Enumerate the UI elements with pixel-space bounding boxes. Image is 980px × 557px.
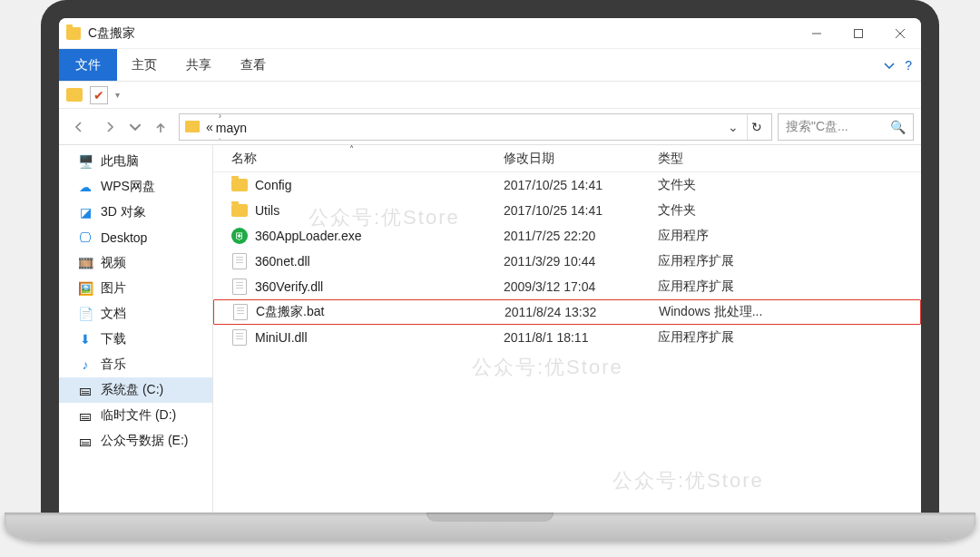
download-icon: ⬇ [77, 331, 93, 347]
titlebar[interactable]: C盘搬家 [59, 18, 921, 49]
sidebar-item[interactable]: 🖴临时文件 (D:) [59, 403, 212, 428]
qat-dropdown-icon[interactable]: ▾ [115, 90, 120, 100]
sidebar-item-label: 下载 [101, 331, 126, 347]
sidebar-item[interactable]: 🖴系统盘 (C:) [59, 377, 212, 403]
file-date: 2011/7/25 22:20 [504, 229, 658, 243]
search-input[interactable]: 搜索"C盘... 🔍 [778, 113, 914, 141]
addressbar-dropdown-icon[interactable]: ⌄ [726, 120, 740, 134]
refresh-button[interactable]: ↻ [747, 114, 766, 140]
file-type: 文件夹 [658, 177, 921, 193]
file-row[interactable]: ⛨360AppLoader.exe2011/7/25 22:20应用程序 [213, 223, 921, 249]
file-type: 应用程序 [658, 228, 921, 244]
desktop-icon: 🖵 [77, 230, 93, 246]
file-row[interactable]: Config2017/10/25 14:41文件夹 [213, 172, 921, 198]
sidebar-item-label: 3D 对象 [101, 204, 146, 220]
ribbon-expand[interactable]: ? [874, 49, 921, 81]
nav-forward-button[interactable] [97, 114, 122, 140]
qat-check-icon[interactable]: ✔ [90, 86, 108, 104]
search-icon[interactable]: 🔍 [890, 120, 906, 134]
sidebar-item[interactable]: 🖼️图片 [59, 276, 212, 301]
file-row[interactable]: Utils2017/10/25 14:41文件夹 [213, 198, 921, 223]
sidebar-item[interactable]: 📄文档 [59, 301, 212, 327]
col-type[interactable]: 类型 [658, 151, 921, 167]
file-icon [232, 305, 249, 319]
maximize-button[interactable] [838, 18, 879, 49]
column-headers[interactable]: ˄ 名称 修改日期 类型 [213, 145, 921, 172]
file-date: 2017/10/25 14:41 [504, 178, 658, 192]
sidebar-item[interactable]: ◪3D 对象 [59, 200, 212, 225]
sidebar-item-label: 视频 [101, 255, 126, 271]
nav-sidebar[interactable]: 🖥️此电脑☁WPS网盘◪3D 对象🖵Desktop🎞️视频🖼️图片📄文档⬇下载♪… [59, 145, 213, 513]
chevron-right-icon: › [216, 135, 224, 141]
file-date: 2017/10/25 14:41 [504, 203, 658, 218]
sidebar-item[interactable]: 🖵Desktop [59, 225, 212, 250]
exe-icon: ⛨ [231, 229, 248, 243]
sidebar-item-label: 图片 [101, 280, 126, 297]
drive-icon: 🖴 [77, 433, 93, 449]
file-icon [231, 254, 248, 269]
file-date: 2011/8/24 13:32 [505, 305, 659, 319]
col-name[interactable]: 名称 [231, 151, 504, 167]
sidebar-item[interactable]: 🖴公众号数据 (E:) [59, 428, 212, 454]
file-icon [231, 279, 248, 294]
sidebar-item[interactable]: ♪音乐 [59, 352, 212, 377]
document-icon: 📄 [77, 306, 93, 322]
tab-home[interactable]: 主页 [117, 49, 172, 81]
breadcrumb-item[interactable]: mayn [216, 121, 279, 135]
sidebar-item-label: Desktop [101, 230, 147, 245]
help-icon[interactable]: ? [905, 58, 912, 73]
file-list-pane[interactable]: ˄ 名称 修改日期 类型 Config2017/10/25 14:41文件夹Ut… [213, 145, 921, 513]
file-type: 应用程序扩展 [658, 278, 921, 295]
minimize-button[interactable] [796, 18, 838, 49]
nav-up-button[interactable] [148, 114, 173, 140]
video-icon: 🎞️ [77, 255, 93, 271]
file-date: 2011/8/1 18:11 [504, 330, 658, 345]
file-type: Windows 批处理... [659, 304, 920, 320]
tab-share[interactable]: 共享 [172, 49, 226, 81]
nav-recent-dropdown[interactable] [128, 114, 142, 140]
sidebar-item[interactable]: ⬇下载 [59, 327, 212, 352]
sidebar-item[interactable]: 🎞️视频 [59, 250, 212, 276]
sidebar-item-label: 此电脑 [101, 153, 139, 170]
pc-icon: 🖥️ [77, 153, 93, 170]
close-button[interactable] [879, 18, 921, 49]
file-type: 应用程序扩展 [658, 329, 921, 346]
file-name: C盘搬家.bat [256, 304, 324, 320]
folder-icon [66, 27, 81, 40]
col-date[interactable]: 修改日期 [504, 151, 658, 167]
file-type: 文件夹 [658, 202, 921, 219]
window-title: C盘搬家 [88, 25, 135, 42]
drive-icon: 🖴 [77, 407, 93, 424]
ribbon-tabs: 文件 主页 共享 查看 ? [59, 49, 921, 82]
sidebar-item[interactable]: ☁WPS网盘 [59, 174, 212, 200]
explorer-window: C盘搬家 文件 主页 共享 查看 ? [59, 18, 921, 513]
file-date: 2009/3/12 17:04 [504, 279, 658, 294]
sidebar-item-label: 临时文件 (D:) [101, 407, 176, 424]
3d-icon: ◪ [77, 204, 93, 220]
sidebar-item-label: 文档 [101, 306, 126, 322]
window-controls [796, 18, 921, 49]
address-bar[interactable]: « 系统盘 (C:)›用户›mayn›Desktop›C盘搬家 ⌄ ↻ [179, 113, 772, 141]
quick-access-toolbar: ✔ ▾ [59, 82, 921, 109]
file-name: Utils [255, 203, 279, 218]
file-tab[interactable]: 文件 [59, 49, 117, 81]
sort-indicator-icon: ˄ [349, 145, 354, 154]
tab-view[interactable]: 查看 [226, 49, 280, 81]
folder-icon[interactable] [66, 88, 83, 102]
folder-icon [231, 178, 248, 192]
screen-bezel: C盘搬家 文件 主页 共享 查看 ? [41, 0, 939, 513]
file-name: MiniUI.dll [255, 330, 308, 345]
folder-icon [231, 203, 248, 218]
file-icon [231, 330, 248, 345]
file-date: 2011/3/29 10:44 [504, 254, 658, 269]
file-row[interactable]: 360net.dll2011/3/29 10:44应用程序扩展 [213, 249, 921, 274]
file-name: Config [255, 178, 291, 192]
sidebar-item-label: 系统盘 (C:) [101, 382, 163, 398]
laptop-base [5, 513, 975, 540]
file-row[interactable]: MiniUI.dll2011/8/1 18:11应用程序扩展 [213, 325, 921, 350]
music-icon: ♪ [77, 357, 93, 373]
sidebar-item[interactable]: 🖥️此电脑 [59, 149, 212, 174]
nav-back-button[interactable] [66, 114, 92, 140]
file-row[interactable]: 360Verify.dll2009/3/12 17:04应用程序扩展 [213, 274, 921, 299]
file-row[interactable]: C盘搬家.bat2011/8/24 13:32Windows 批处理... [213, 299, 921, 325]
